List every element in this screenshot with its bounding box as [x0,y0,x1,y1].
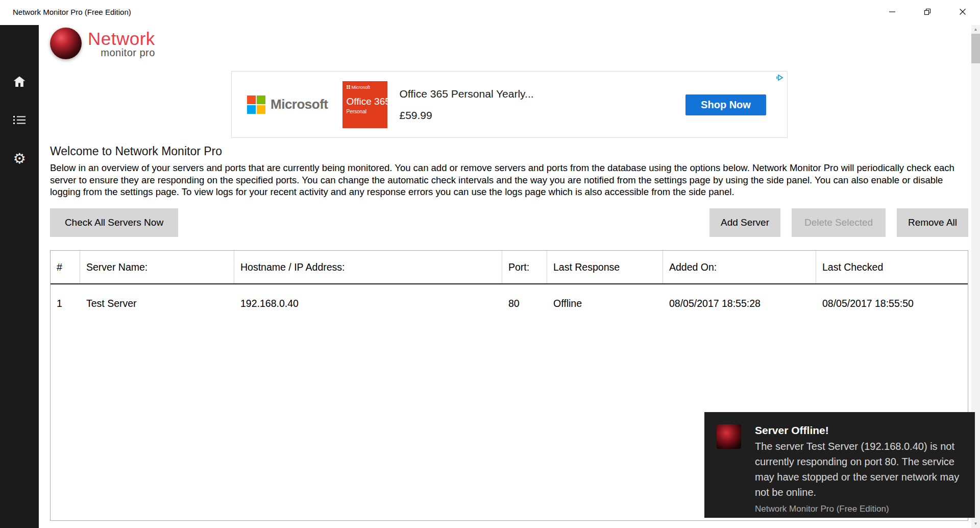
column-header-last-checked: Last Checked [816,251,968,283]
cell-server-name: Test Server [80,298,234,309]
logo-subtitle: monitor pro [101,47,155,59]
close-icon [959,8,966,17]
table-header-row: # Server Name: Hostname / IP Address: Po… [51,251,968,284]
close-button[interactable] [945,0,980,25]
title-bar: Network Monitor Pro (Free Edition) [0,0,980,25]
welcome-paragraph: Below in an overview of your servers and… [50,162,969,198]
column-header-last-response: Last Response [547,251,663,283]
welcome-heading: Welcome to Network Monitor Pro [50,145,222,158]
microsoft-logo-icon [247,95,265,114]
toast-notification[interactable]: Server Offline! The server Test Server (… [704,412,975,518]
sidebar-item-home[interactable] [0,68,39,97]
office-product-edition: Personal [347,109,383,114]
logo-text: Network monitor pro [88,29,155,59]
ad-copy: Office 365 Personal Yearly... £59.99 [400,88,534,122]
sidebar: ⚙ [0,25,39,528]
office-product-name: Office 365 [347,96,383,107]
logo-title: Network [88,29,155,49]
delete-selected-button[interactable]: Delete Selected [792,208,886,237]
ad-price: £59.99 [400,109,534,122]
toast-text: Server Offline! The server Test Server (… [755,424,967,510]
gear-icon: ⚙ [13,152,26,166]
office-box-brand-row: Microsoft [347,85,383,90]
shop-now-button[interactable]: Shop Now [685,94,766,115]
window-controls [874,0,980,25]
check-all-servers-button[interactable]: Check All Servers Now [50,208,178,237]
toast-body: The server Test Server (192.168.0.40) is… [755,439,967,500]
app-logo: Network monitor pro [50,28,155,59]
sidebar-item-settings[interactable]: ⚙ [0,145,39,173]
cell-last-checked: 08/05/2017 18:55:50 [816,298,968,309]
toast-app-icon [717,424,741,449]
column-header-port: Port: [502,251,547,283]
scrollbar-up-icon[interactable]: ▲ [974,25,978,34]
microsoft-mini-logo-icon [347,85,350,89]
column-header-server-name: Server Name: [80,251,234,283]
scrollbar-thumb[interactable] [971,34,980,63]
logo-globe-icon [50,28,82,59]
column-header-hostname: Hostname / IP Address: [234,251,502,283]
restore-icon [924,8,931,17]
window-title: Network Monitor Pro (Free Edition) [13,8,131,16]
cell-number: 1 [51,298,80,309]
scrollbar-down-icon[interactable]: ▼ [974,519,978,528]
office-box-brand: Microsoft [352,85,371,90]
minimize-button[interactable] [874,0,910,25]
office-product-image: Microsoft Office 365 Personal [342,81,387,128]
adchoices-icon[interactable] [776,74,784,82]
cell-port: 80 [502,298,547,309]
ad-banner[interactable]: Microsoft Microsoft Office 365 Personal … [231,71,788,138]
menu-button[interactable] [0,30,39,58]
ad-title-link[interactable]: Office 365 Personal Yearly... [400,88,534,100]
list-icon [13,115,26,126]
add-server-button[interactable]: Add Server [709,208,780,237]
cell-hostname: 192.168.0.40 [234,298,502,309]
maximize-button[interactable] [910,0,945,25]
column-header-number: # [51,251,80,283]
toast-title: Server Offline! [755,424,967,437]
advertiser-name: Microsoft [271,97,328,112]
minimize-icon [889,8,896,17]
table-row[interactable]: 1 Test Server 192.168.0.40 80 Offline 08… [51,284,968,322]
toast-app-name: Network Monitor Pro (Free Edition) [755,504,967,514]
column-header-added-on: Added On: [663,251,816,283]
table-action-buttons: Add Server Delete Selected Remove All [709,208,968,237]
cell-added-on: 08/05/2017 18:55:28 [663,298,816,309]
home-icon [13,76,26,89]
sidebar-item-logs[interactable] [0,106,39,135]
advertiser-brand: Microsoft [247,95,328,114]
remove-all-button[interactable]: Remove All [897,208,968,237]
cell-last-response: Offline [547,298,663,309]
